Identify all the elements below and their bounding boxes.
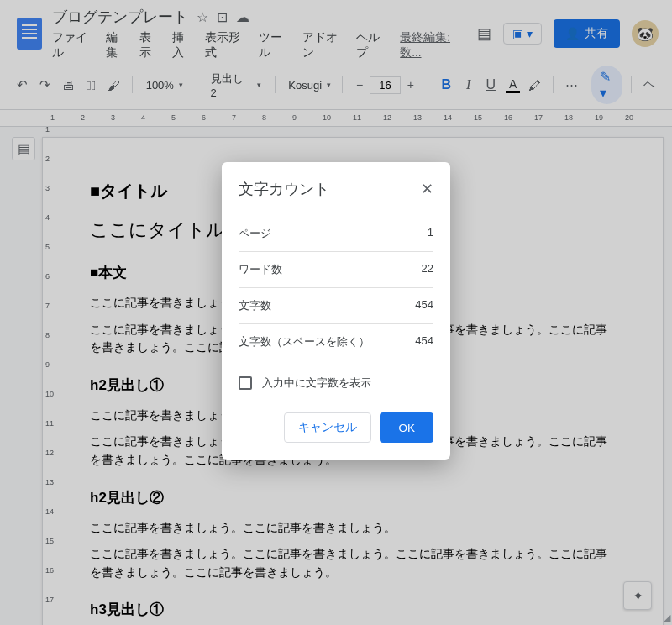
- word-count-dialog: 文字カウント ✕ ページ1ワード数22文字数454文字数（スペースを除く）454…: [222, 162, 450, 460]
- stat-value: 454: [415, 298, 433, 313]
- dialog-title: 文字カウント: [239, 179, 329, 199]
- stat-label: ページ: [239, 226, 271, 241]
- stat-value: 1: [428, 226, 433, 241]
- stat-row: ワード数22: [239, 252, 433, 288]
- ok-button[interactable]: OK: [380, 412, 433, 443]
- checkbox-label: 入力中に文字数を表示: [262, 376, 371, 391]
- show-count-checkbox[interactable]: [239, 376, 252, 390]
- cancel-button[interactable]: キャンセル: [284, 412, 371, 443]
- stat-value: 454: [415, 334, 433, 349]
- stat-row: ページ1: [239, 216, 433, 252]
- stat-label: 文字数: [239, 298, 271, 313]
- stat-label: 文字数（スペースを除く）: [239, 334, 370, 349]
- stat-value: 22: [422, 262, 433, 277]
- stat-label: ワード数: [239, 262, 282, 277]
- close-icon[interactable]: ✕: [421, 180, 433, 198]
- stat-row: 文字数（スペースを除く）454: [239, 324, 433, 360]
- stat-row: 文字数454: [239, 288, 433, 324]
